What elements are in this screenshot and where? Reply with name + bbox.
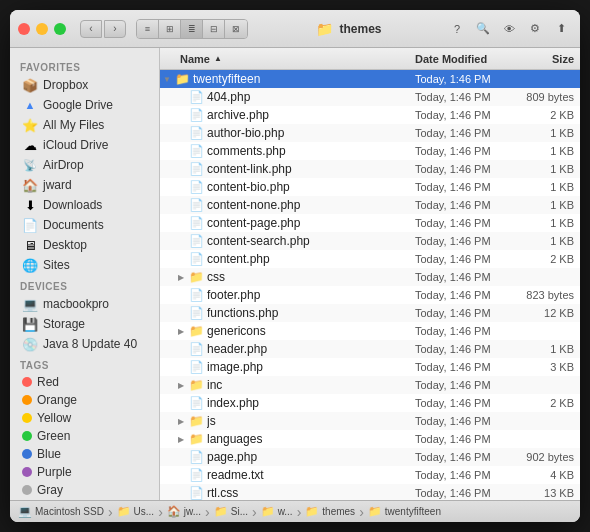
sep1: › bbox=[108, 505, 113, 519]
file-list[interactable]: ▼📁twentyfifteenToday, 1:46 PM📄404.phpTod… bbox=[160, 70, 580, 500]
table-row[interactable]: 📄header.phpToday, 1:46 PM1 KB bbox=[160, 340, 580, 358]
sites-icon: 🌐 bbox=[22, 257, 38, 273]
table-row[interactable]: 📄image.phpToday, 1:46 PM3 KB bbox=[160, 358, 580, 376]
name-column-header[interactable]: Name ▲ bbox=[160, 53, 415, 65]
table-row[interactable]: 📄readme.txtToday, 1:46 PM4 KB bbox=[160, 466, 580, 484]
search-icon[interactable]: 🔍 bbox=[472, 20, 494, 38]
table-row[interactable]: ▶📁incToday, 1:46 PM bbox=[160, 376, 580, 394]
table-row[interactable]: ▶📁genericonsToday, 1:46 PM bbox=[160, 322, 580, 340]
sidebar-item-java8[interactable]: 💿 Java 8 Update 40 bbox=[12, 334, 157, 354]
date-column-header[interactable]: Date Modified bbox=[415, 53, 525, 65]
sidebar-item-orange[interactable]: Orange bbox=[12, 391, 157, 409]
sidebar-label-storage: Storage bbox=[43, 317, 85, 331]
table-row[interactable]: 📄content-link.phpToday, 1:46 PM1 KB bbox=[160, 160, 580, 178]
expand-arrow[interactable]: ▶ bbox=[174, 412, 188, 430]
sidebar-item-google-drive[interactable]: ▲ Google Drive bbox=[12, 95, 157, 115]
table-row[interactable]: ▶📁jsToday, 1:46 PM bbox=[160, 412, 580, 430]
file-date: Today, 1:46 PM bbox=[415, 433, 525, 445]
file-name: author-bio.php bbox=[207, 126, 415, 140]
view-cover-btn[interactable]: ⊠ bbox=[225, 20, 247, 38]
view-col-btn[interactable]: ⊟ bbox=[203, 20, 225, 38]
statusbar-macintosh[interactable]: 💻 Macintosh SSD bbox=[18, 505, 104, 518]
view-icon-btn[interactable]: ≡ bbox=[137, 20, 159, 38]
table-row[interactable]: 📄author-bio.phpToday, 1:46 PM1 KB bbox=[160, 124, 580, 142]
table-row[interactable]: 📄comments.phpToday, 1:46 PM1 KB bbox=[160, 142, 580, 160]
sidebar-item-yellow[interactable]: Yellow bbox=[12, 409, 157, 427]
expand-arrow[interactable]: ▼ bbox=[160, 70, 174, 88]
sidebar-item-macbookpro[interactable]: 💻 macbookpro bbox=[12, 294, 157, 314]
table-row[interactable]: ▼📁twentyfifteenToday, 1:46 PM bbox=[160, 70, 580, 88]
table-row[interactable]: 📄content-none.phpToday, 1:46 PM1 KB bbox=[160, 196, 580, 214]
red-tag-dot bbox=[22, 377, 32, 387]
users-folder-icon: 📁 bbox=[117, 505, 131, 518]
sidebar-item-icloud-drive[interactable]: ☁ iCloud Drive bbox=[12, 135, 157, 155]
file-name: archive.php bbox=[207, 108, 415, 122]
table-row[interactable]: 📄content.phpToday, 1:46 PM2 KB bbox=[160, 250, 580, 268]
expand-arrow bbox=[174, 466, 188, 484]
sidebar-item-green[interactable]: Green bbox=[12, 427, 157, 445]
table-row[interactable]: 📄footer.phpToday, 1:46 PM823 bytes bbox=[160, 286, 580, 304]
statusbar-sites[interactable]: 📁 Si... bbox=[214, 505, 248, 518]
sidebar-item-purple[interactable]: Purple bbox=[12, 463, 157, 481]
table-row[interactable]: 📄content-search.phpToday, 1:46 PM1 KB bbox=[160, 232, 580, 250]
sidebar-item-sites[interactable]: 🌐 Sites bbox=[12, 255, 157, 275]
table-row[interactable]: 📄functions.phpToday, 1:46 PM12 KB bbox=[160, 304, 580, 322]
statusbar-twentyfifteen[interactable]: 📁 twentyfifteen bbox=[368, 505, 441, 518]
table-row[interactable]: 📄content-bio.phpToday, 1:46 PM1 KB bbox=[160, 178, 580, 196]
expand-arrow[interactable]: ▶ bbox=[174, 376, 188, 394]
sidebar-item-storage[interactable]: 💾 Storage bbox=[12, 314, 157, 334]
sidebar-item-all-my-files[interactable]: ⭐ All My Files bbox=[12, 115, 157, 135]
sidebar-item-downloads[interactable]: ⬇ Downloads bbox=[12, 195, 157, 215]
back-button[interactable]: ‹ bbox=[80, 20, 102, 38]
forward-button[interactable]: › bbox=[104, 20, 126, 38]
storage-icon: 💾 bbox=[22, 316, 38, 332]
sidebar-item-red[interactable]: Red bbox=[12, 373, 157, 391]
traffic-lights bbox=[18, 23, 66, 35]
share-icon[interactable]: ⬆ bbox=[550, 20, 572, 38]
sidebar-item-airdrop[interactable]: 📡 AirDrop bbox=[12, 155, 157, 175]
table-row[interactable]: ▶📁cssToday, 1:46 PM bbox=[160, 268, 580, 286]
finder-window: ‹ › ≡ ⊞ ≣ ⊟ ⊠ 📁 themes ? 🔍 👁 ⚙ ⬆ Favorit… bbox=[10, 10, 580, 522]
jward-breadcrumb-icon: 🏠 bbox=[167, 505, 181, 518]
table-row[interactable]: 📄rtl.cssToday, 1:46 PM13 KB bbox=[160, 484, 580, 500]
file-date: Today, 1:46 PM bbox=[415, 199, 525, 211]
column-headers: Name ▲ Date Modified Size bbox=[160, 48, 580, 70]
minimize-button[interactable] bbox=[36, 23, 48, 35]
sidebar-item-desktop[interactable]: 🖥 Desktop bbox=[12, 235, 157, 255]
sidebar-item-dropbox[interactable]: 📦 Dropbox bbox=[12, 75, 157, 95]
file-date: Today, 1:46 PM bbox=[415, 73, 525, 85]
help-icon[interactable]: ? bbox=[446, 20, 468, 38]
view-grid-btn[interactable]: ⊞ bbox=[159, 20, 181, 38]
sidebar-item-blue[interactable]: Blue bbox=[12, 445, 157, 463]
table-row[interactable]: 📄content-page.phpToday, 1:46 PM1 KB bbox=[160, 214, 580, 232]
expand-arrow[interactable]: ▶ bbox=[174, 430, 188, 448]
file-icon: 📄 bbox=[188, 233, 204, 249]
file-date: Today, 1:46 PM bbox=[415, 397, 525, 409]
dropbox-icon: 📦 bbox=[22, 77, 38, 93]
statusbar-themes[interactable]: 📁 themes bbox=[305, 505, 355, 518]
table-row[interactable]: 📄page.phpToday, 1:46 PM902 bytes bbox=[160, 448, 580, 466]
close-button[interactable] bbox=[18, 23, 30, 35]
table-row[interactable]: 📄archive.phpToday, 1:46 PM2 KB bbox=[160, 106, 580, 124]
file-date: Today, 1:46 PM bbox=[415, 379, 525, 391]
sidebar-item-gray[interactable]: Gray bbox=[12, 481, 157, 499]
maximize-button[interactable] bbox=[54, 23, 66, 35]
table-row[interactable]: 📄index.phpToday, 1:46 PM2 KB bbox=[160, 394, 580, 412]
statusbar-users[interactable]: 📁 Us... bbox=[117, 505, 155, 518]
gear-icon[interactable]: ⚙ bbox=[524, 20, 546, 38]
expand-arrow[interactable]: ▶ bbox=[174, 268, 188, 286]
themes-icon: 📁 bbox=[305, 505, 319, 518]
gray-tag-dot bbox=[22, 485, 32, 495]
file-name: languages bbox=[207, 432, 415, 446]
expand-arrow bbox=[174, 304, 188, 322]
statusbar-jward[interactable]: 🏠 jw... bbox=[167, 505, 201, 518]
expand-arrow[interactable]: ▶ bbox=[174, 322, 188, 340]
size-column-header[interactable]: Size bbox=[525, 53, 580, 65]
table-row[interactable]: ▶📁languagesToday, 1:46 PM bbox=[160, 430, 580, 448]
view-list-btn[interactable]: ≣ bbox=[181, 20, 203, 38]
sidebar-item-jward[interactable]: 🏠 jward bbox=[12, 175, 157, 195]
statusbar-wo[interactable]: 📁 w... bbox=[261, 505, 293, 518]
eye-icon[interactable]: 👁 bbox=[498, 20, 520, 38]
sidebar-item-documents[interactable]: 📄 Documents bbox=[12, 215, 157, 235]
table-row[interactable]: 📄404.phpToday, 1:46 PM809 bytes bbox=[160, 88, 580, 106]
